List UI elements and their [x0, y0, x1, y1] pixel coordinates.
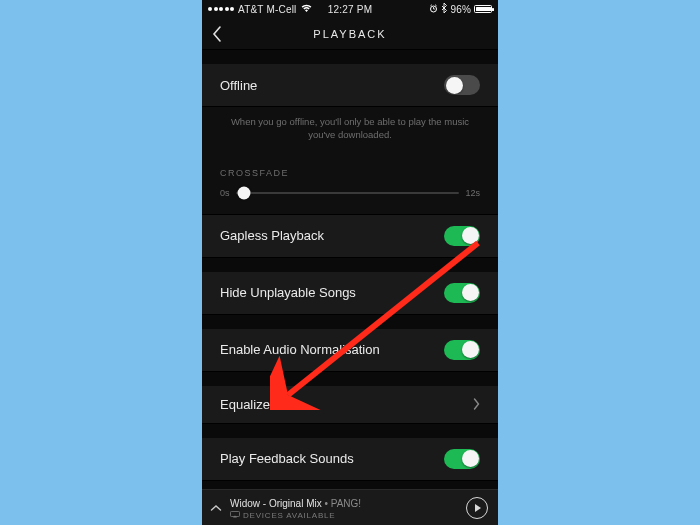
settings-content[interactable]: Offline When you go offline, you'll only…: [202, 50, 498, 489]
offline-row: Offline: [202, 64, 498, 107]
status-bar: AT&T M-Cell 12:27 PM 96%: [202, 0, 498, 18]
normalisation-row: Enable Audio Normalisation: [202, 329, 498, 372]
alarm-icon: [429, 4, 438, 15]
equalizer-row[interactable]: Equalizer: [202, 386, 498, 424]
battery-percent: 96%: [450, 4, 471, 15]
feedback-sounds-label: Play Feedback Sounds: [220, 451, 354, 466]
devices-available[interactable]: DEVICES AVAILABLE: [230, 511, 458, 520]
play-button[interactable]: [466, 497, 488, 519]
back-button[interactable]: [212, 26, 222, 42]
gapless-playback-row: Gapless Playback: [202, 215, 498, 258]
normalisation-label: Enable Audio Normalisation: [220, 342, 380, 357]
now-playing-artist: PANG!: [331, 498, 361, 509]
status-time: 12:27 PM: [328, 4, 372, 15]
feedback-sounds-row: Play Feedback Sounds: [202, 438, 498, 481]
phone-frame: AT&T M-Cell 12:27 PM 96% PLAYBACK Offlin…: [202, 0, 498, 525]
battery-icon: [474, 5, 492, 13]
devices-icon: [230, 511, 240, 520]
crossfade-slider-thumb[interactable]: [238, 186, 251, 199]
crossfade-slider-row: 0s 12s: [202, 184, 498, 215]
chevron-up-icon[interactable]: [210, 504, 222, 512]
carrier-label: AT&T M-Cell: [238, 4, 297, 15]
devices-available-label: DEVICES AVAILABLE: [243, 511, 335, 520]
now-playing-separator: •: [322, 498, 331, 509]
equalizer-label: Equalizer: [220, 397, 274, 412]
hide-unplayable-toggle[interactable]: [444, 283, 480, 303]
offline-label: Offline: [220, 78, 257, 93]
gapless-playback-label: Gapless Playback: [220, 228, 324, 243]
hide-unplayable-label: Hide Unplayable Songs: [220, 285, 356, 300]
bluetooth-icon: [441, 3, 447, 15]
chevron-right-icon: [473, 398, 480, 410]
crossfade-section-label: CROSSFADE: [202, 154, 498, 184]
crossfade-min-label: 0s: [220, 188, 230, 198]
play-icon: [475, 504, 481, 512]
crossfade-slider[interactable]: [236, 192, 460, 194]
signal-dots-icon: [208, 7, 234, 11]
feedback-sounds-toggle[interactable]: [444, 449, 480, 469]
page-title: PLAYBACK: [313, 28, 386, 40]
now-playing-bar[interactable]: Widow - Original Mix • PANG! DEVICES AVA…: [202, 489, 498, 525]
now-playing-title: Widow - Original Mix: [230, 498, 322, 509]
offline-helper-text: When you go offline, you'll only be able…: [202, 107, 498, 154]
offline-toggle[interactable]: [444, 75, 480, 95]
nav-header: PLAYBACK: [202, 18, 498, 50]
hide-unplayable-row: Hide Unplayable Songs: [202, 272, 498, 315]
crossfade-max-label: 12s: [465, 188, 480, 198]
normalisation-toggle[interactable]: [444, 340, 480, 360]
gapless-playback-toggle[interactable]: [444, 226, 480, 246]
wifi-icon: [301, 4, 312, 15]
